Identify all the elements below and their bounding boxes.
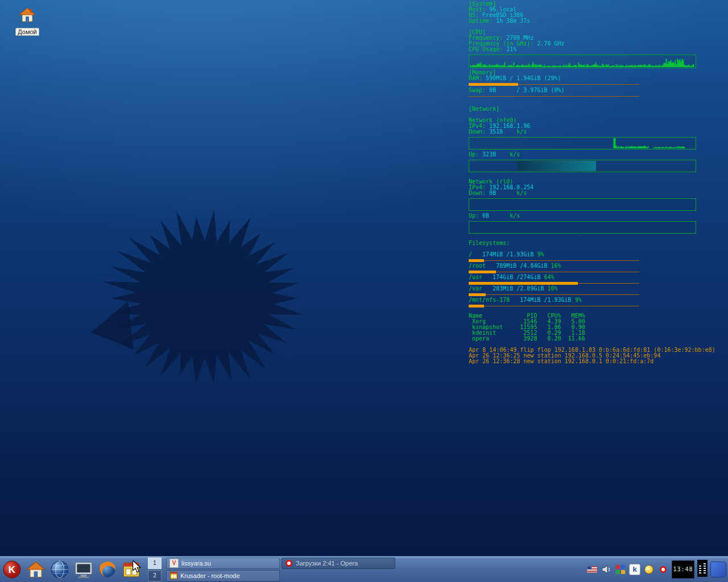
monitor-bar-fill [469, 271, 496, 273]
monitor-text-segment: 174MiB /1.93GiB [482, 251, 537, 257]
monitor-text-line: RAM: 590MiB / 1.94GiB (29%) [469, 76, 721, 81]
monitor-text-line: Down: 0B k/s [469, 190, 721, 196]
desktop: Домой [System]Host: 96.localOS: FreeBSD … [0, 0, 728, 582]
monitor-text-line: [Network] [469, 106, 721, 112]
kmenu-button[interactable]: K [0, 557, 24, 582]
filesystem-line: /mnt/nfs-178 174MiB /1.93GiB 9% [469, 297, 721, 303]
task-row-bottom: Krusader - root-mode [166, 570, 395, 581]
monitor-text-segment: 0B [482, 213, 489, 219]
monitor-text-line: CPU Usage: 21% [469, 47, 721, 52]
kde-app-tray-icon[interactable]: k [629, 564, 640, 575]
digital-clock[interactable]: 13:48 [672, 560, 694, 579]
monitor-text-segment: 9% [575, 297, 582, 303]
system-load-applet[interactable] [697, 560, 708, 579]
monitor-text-segment: 2.70 GHz [537, 40, 564, 47]
desktop-icon-label: Домой [15, 28, 39, 36]
opera-tray-icon[interactable] [657, 564, 669, 575]
monitor-text-segment: 1h 38m 37s [496, 18, 530, 24]
home-folder-launcher[interactable] [24, 557, 48, 582]
monitor-text-segment: Apr 26 12:36:28 new station 192.168.0.1 … [469, 358, 653, 364]
home-icon [17, 16, 38, 26]
konqueror-launcher[interactable] [48, 557, 72, 582]
terminal-launcher[interactable] [72, 557, 96, 582]
monitor-graph-netup [469, 160, 696, 172]
monitor-text-segment: / [469, 251, 482, 257]
monitor-text-segment: /root [469, 263, 496, 269]
monitor-text-segment: 174GiB /274GiB [493, 274, 544, 280]
monitor-text-segment: 323B [482, 151, 496, 157]
monitor-bar [469, 305, 639, 307]
monitor-text-segment: 9% [537, 251, 544, 257]
monitor-text-segment: Up: [469, 151, 482, 157]
pager-desktop-2[interactable]: 2 [148, 570, 162, 581]
monitor-bar [469, 83, 639, 86]
monitor-text-segment: 21% [506, 46, 516, 52]
monitor-graph-empty [469, 221, 696, 234]
monitor-text-segment: k/s [496, 190, 527, 196]
monitor-text-segment: [Network] [469, 106, 499, 112]
opera-ring [286, 560, 292, 567]
monitor-text-segment: 16% [551, 263, 561, 269]
monitor-text-segment: Swap: [469, 87, 489, 93]
monitor-text-line: Apr 26 12:36:28 new station 192.168.0.1 … [469, 359, 721, 364]
desktop-access-applet[interactable] [710, 562, 726, 577]
monitor-text-segment: Uptime: [469, 18, 496, 24]
filesystem-line: /usr 174GiB /274GiB 64% [469, 275, 721, 280]
monitor-text-segment: 590MiB / 1.94GiB (29%) [486, 75, 561, 81]
spacer [469, 99, 721, 106]
monitor-bar [469, 95, 639, 98]
task-label: Krusader - root-mode [180, 572, 240, 579]
klipper-icon[interactable] [615, 564, 626, 575]
monitor-text-segment: 64% [544, 274, 554, 280]
monitor-graph-empty [469, 198, 696, 211]
website-favicon-icon: V [169, 559, 179, 568]
monitor-text-segment: /usr [469, 274, 493, 280]
system-monitor: [System]Host: 96.localOS: FreeBSD i386Up… [469, 1, 721, 364]
monitor-text-segment: 10% [547, 285, 557, 292]
desktop-icon-home[interactable]: Домой [13, 6, 42, 36]
task-button-krusader[interactable]: Krusader - root-mode [166, 570, 280, 581]
monitor-text-segment: Filesystems: [469, 240, 510, 246]
monitor-text-line: Down: 351B k/s [469, 129, 721, 135]
monitor-text-line: Up: 323B k/s [469, 152, 721, 157]
process-table-row: opera 3928 0.20 11.66 [469, 336, 721, 342]
spacer [469, 24, 721, 30]
monitor-bar [469, 293, 639, 296]
taskbar: K [0, 556, 728, 582]
monitor-text-segment: Down: [469, 190, 489, 196]
mouse-cursor [132, 560, 142, 573]
kdoc-glyph: k [629, 564, 640, 575]
volume-icon[interactable] [601, 564, 612, 575]
monitor-graph-netdown [469, 137, 696, 149]
keyboard-layout-icon[interactable] [586, 564, 598, 575]
monitor-text-line: Up: 0B k/s [469, 213, 721, 219]
monitor-text-line: Filesystems: [469, 240, 721, 246]
bulb-shape [644, 565, 653, 574]
task-button-lissyara[interactable]: V lissyara.su [166, 558, 280, 569]
firefox-launcher[interactable] [96, 557, 119, 582]
opera-icon [285, 559, 293, 567]
pager-desktop-1[interactable]: 1 [148, 558, 162, 569]
monitor-text-segment: 0B / 3.97GiB (0%) [489, 87, 564, 93]
monitor-text-segment: RAM: [469, 75, 486, 81]
net-up-gradient [517, 161, 596, 171]
monitor-text-segment: Down: [469, 128, 489, 135]
monitor-text-segment: /var [469, 285, 493, 292]
task-label: lissyara.su [181, 560, 211, 567]
filesystem-line: /root 789MiB /4.84GiB 16% [469, 263, 721, 269]
monitor-text-segment: opera 3928 0.20 11.66 [469, 335, 585, 342]
monitor-bar [469, 282, 639, 285]
monitor-bar-fill [469, 305, 484, 307]
monitor-text-segment: CPU Usage: [469, 46, 506, 52]
notifier-bulb-icon[interactable] [643, 564, 655, 575]
monitor-text-line: Uptime: 1h 38m 37s [469, 18, 721, 24]
monitor-text-segment: k/s [489, 213, 520, 219]
monitor-text-segment: k/s [496, 151, 520, 157]
monitor-text-segment: k/s [503, 128, 527, 135]
monitor-text-segment: 174MiB /1.93GiB [520, 297, 574, 303]
monitor-bar [469, 259, 639, 262]
svg-text:K: K [9, 564, 16, 575]
task-button-opera-downloads[interactable]: Загрузки 2:41 - Opera [282, 558, 395, 569]
quick-launch-area: K [0, 557, 143, 582]
task-list: V lissyara.su Загрузки 2:41 - Opera Krus… [166, 558, 395, 581]
